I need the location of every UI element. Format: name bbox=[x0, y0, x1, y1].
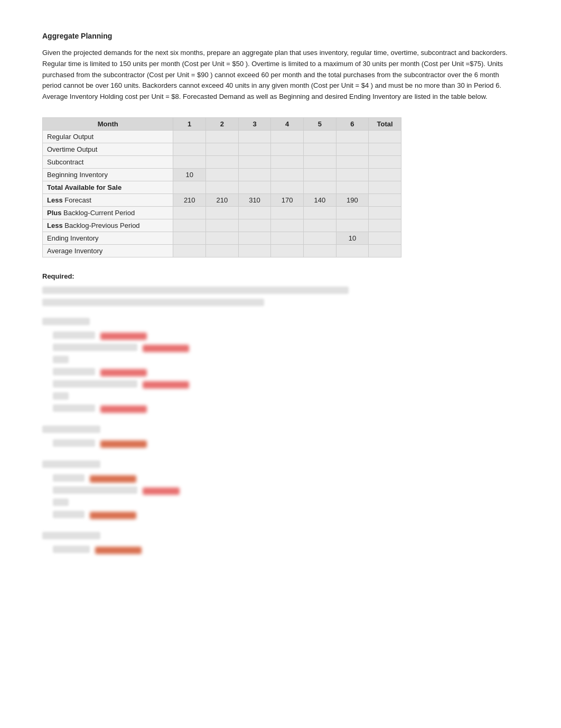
cell-r5-m4 bbox=[271, 181, 304, 193]
blurred-value-1g bbox=[100, 406, 147, 413]
blurred-value-2a bbox=[100, 440, 147, 448]
row-label-total-available: Total Available for Sale bbox=[43, 181, 173, 193]
required-section: Required: bbox=[42, 272, 519, 555]
blurred-value-3a bbox=[90, 475, 136, 483]
blurred-intro bbox=[42, 287, 519, 308]
blurred-value-3d bbox=[90, 512, 136, 519]
col-header-4: 4 bbox=[271, 117, 304, 130]
cell-r10-m1 bbox=[173, 244, 206, 257]
blurred-heading-3 bbox=[42, 460, 100, 468]
cell-r6-m2: 210 bbox=[206, 193, 239, 206]
blurred-section-3 bbox=[42, 460, 519, 520]
cell-r9-m4 bbox=[271, 232, 304, 244]
cell-r2-m6 bbox=[336, 143, 369, 155]
table-row: Average Inventory bbox=[43, 244, 401, 257]
blurred-value-1e bbox=[143, 381, 189, 389]
col-header-3: 3 bbox=[238, 117, 271, 130]
blurred-heading-2 bbox=[42, 426, 100, 433]
table-row: Less Forecast 210 210 310 170 140 190 bbox=[43, 193, 401, 206]
cell-r10-m4 bbox=[271, 244, 304, 257]
planning-table: Month 1 2 3 4 5 6 Total Regular Output O… bbox=[42, 117, 401, 257]
blurred-label-3a bbox=[53, 474, 85, 482]
blurred-section-4 bbox=[42, 532, 519, 555]
row-label-overtime-output: Overtime Output bbox=[43, 143, 173, 155]
blurred-value-4a bbox=[95, 547, 142, 554]
page-title: Aggregate Planning bbox=[42, 32, 519, 40]
cell-r3-m5 bbox=[303, 155, 336, 168]
row-label-subcontract: Subcontract bbox=[43, 155, 173, 168]
intro-text: Given the projected demands for the next… bbox=[42, 48, 519, 103]
blurred-label-3c bbox=[53, 499, 69, 506]
table-header-row: Month 1 2 3 4 5 6 Total bbox=[43, 117, 401, 130]
row-label-less-backlog-previous: Less Backlog-Previous Period bbox=[43, 219, 173, 232]
blurred-value-1a bbox=[100, 333, 147, 340]
blurred-section-2 bbox=[42, 426, 519, 449]
col-header-month: Month bbox=[43, 117, 173, 130]
cell-r10-m2 bbox=[206, 244, 239, 257]
table-row: Plus Backlog-Current Period bbox=[43, 206, 401, 219]
blurred-label-1d bbox=[53, 368, 95, 375]
table-row: Regular Output bbox=[43, 130, 401, 143]
cell-r7-total bbox=[369, 206, 401, 219]
col-header-total: Total bbox=[369, 117, 401, 130]
cell-r5-total bbox=[369, 181, 401, 193]
cell-r5-m6 bbox=[336, 181, 369, 193]
cell-r10-total bbox=[369, 244, 401, 257]
cell-r6-m5: 140 bbox=[303, 193, 336, 206]
cell-r3-m6 bbox=[336, 155, 369, 168]
cell-r4-m2 bbox=[206, 168, 239, 181]
blurred-value-3b bbox=[143, 487, 180, 495]
cell-r6-m4: 170 bbox=[271, 193, 304, 206]
row-label-ending-inventory: Ending Inventory bbox=[43, 232, 173, 244]
blurred-heading-1 bbox=[42, 318, 90, 325]
table-row: Ending Inventory 10 bbox=[43, 232, 401, 244]
cell-r2-total bbox=[369, 143, 401, 155]
cell-r4-m1: 10 bbox=[173, 168, 206, 181]
table-row: Overtime Output bbox=[43, 143, 401, 155]
cell-r1-m4 bbox=[271, 130, 304, 143]
cell-r4-total bbox=[369, 168, 401, 181]
cell-r6-m6: 190 bbox=[336, 193, 369, 206]
cell-r7-m3 bbox=[238, 206, 271, 219]
cell-r9-m5 bbox=[303, 232, 336, 244]
blurred-heading-4 bbox=[42, 532, 100, 539]
blurred-label-2a bbox=[53, 439, 95, 447]
table-row: Beginning Inventory 10 bbox=[43, 168, 401, 181]
cell-r3-total bbox=[369, 155, 401, 168]
cell-r7-m2 bbox=[206, 206, 239, 219]
row-label-beginning-inventory: Beginning Inventory bbox=[43, 168, 173, 181]
cell-r3-m2 bbox=[206, 155, 239, 168]
cell-r3-m3 bbox=[238, 155, 271, 168]
cell-r10-m3 bbox=[238, 244, 271, 257]
cell-r2-m2 bbox=[206, 143, 239, 155]
table-row: Total Available for Sale bbox=[43, 181, 401, 193]
cell-r8-total bbox=[369, 219, 401, 232]
col-header-5: 5 bbox=[303, 117, 336, 130]
cell-r4-m6 bbox=[336, 168, 369, 181]
cell-r10-m6 bbox=[336, 244, 369, 257]
cell-r1-m2 bbox=[206, 130, 239, 143]
table-row: Subcontract bbox=[43, 155, 401, 168]
blurred-label-4a bbox=[53, 546, 90, 553]
blurred-text-2 bbox=[42, 299, 264, 306]
row-label-regular-output: Regular Output bbox=[43, 130, 173, 143]
cell-r9-total bbox=[369, 232, 401, 244]
cell-r7-m4 bbox=[271, 206, 304, 219]
cell-r6-m3: 310 bbox=[238, 193, 271, 206]
row-label-less-forecast: Less Forecast bbox=[43, 193, 173, 206]
cell-r1-m5 bbox=[303, 130, 336, 143]
cell-r2-m1 bbox=[173, 143, 206, 155]
cell-r9-m6: 10 bbox=[336, 232, 369, 244]
cell-r4-m4 bbox=[271, 168, 304, 181]
cell-r10-m5 bbox=[303, 244, 336, 257]
cell-r2-m3 bbox=[238, 143, 271, 155]
row-label-plus-backlog-current: Plus Backlog-Current Period bbox=[43, 206, 173, 219]
blurred-label-1c bbox=[53, 356, 69, 363]
blurred-value-1d bbox=[100, 369, 147, 376]
cell-r9-m2 bbox=[206, 232, 239, 244]
cell-r4-m5 bbox=[303, 168, 336, 181]
cell-r8-m3 bbox=[238, 219, 271, 232]
cell-r3-m1 bbox=[173, 155, 206, 168]
cell-r5-m1 bbox=[173, 181, 206, 193]
col-header-6: 6 bbox=[336, 117, 369, 130]
